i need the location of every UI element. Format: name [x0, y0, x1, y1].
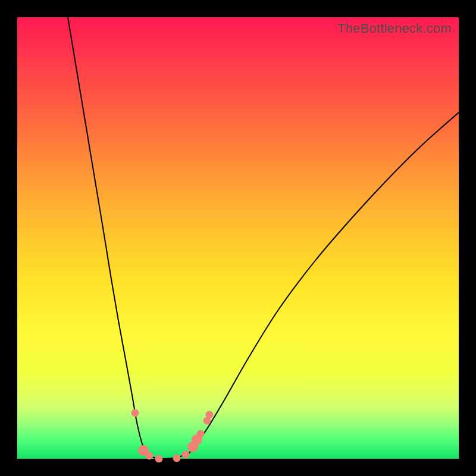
curve-markers	[131, 409, 214, 463]
curve-marker	[155, 455, 163, 463]
curve-marker	[182, 451, 190, 459]
curve-marker	[131, 409, 139, 417]
curve-marker	[197, 430, 205, 438]
plot-area: TheBottleneck.com	[17, 17, 459, 459]
bottleneck-curve	[17, 17, 459, 459]
watermark-text: TheBottleneck.com	[337, 21, 452, 36]
curve-marker	[173, 455, 181, 462]
outer-frame: TheBottleneck.com	[0, 0, 476, 476]
curve-marker	[146, 452, 154, 460]
curve-path	[68, 17, 459, 459]
curve-marker	[206, 411, 214, 419]
